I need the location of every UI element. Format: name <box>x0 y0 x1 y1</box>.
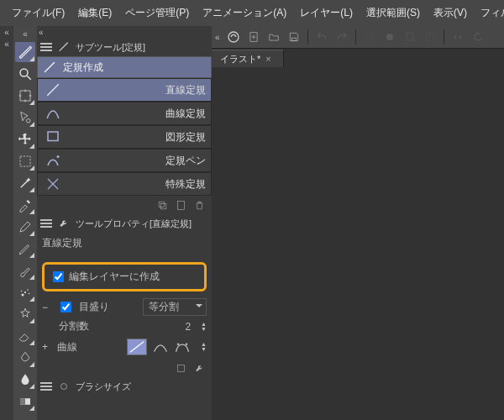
expand-icon[interactable]: − <box>42 302 52 313</box>
scale-checkbox[interactable] <box>60 302 71 312</box>
scale-field: − 目盛り 等分割 <box>37 297 212 318</box>
delete-selection-icon[interactable] <box>361 29 378 45</box>
collapse-chevron-icon[interactable]: « <box>39 28 44 37</box>
svg-rect-23 <box>291 38 296 41</box>
brush-panel-header[interactable]: ブラシサイズ <box>37 377 212 396</box>
tool-ruler[interactable] <box>15 42 35 62</box>
tool-move[interactable] <box>15 86 35 106</box>
tool-gradient[interactable] <box>15 391 35 412</box>
menu-select[interactable]: 選択範囲(S) <box>361 3 425 24</box>
ruler-pen-icon <box>43 151 63 170</box>
tool-decoration[interactable] <box>15 304 35 324</box>
new-file-icon[interactable] <box>245 29 262 45</box>
undo-icon[interactable] <box>313 29 330 45</box>
trash-icon[interactable] <box>193 199 205 211</box>
tool-pencil[interactable] <box>15 239 35 259</box>
tool-eyedropper[interactable] <box>15 195 35 215</box>
document-tab[interactable]: イラスト* × <box>212 50 284 67</box>
tool-blend[interactable] <box>15 348 35 368</box>
subtool-group[interactable]: 定規作成 <box>37 56 212 78</box>
crop-icon[interactable] <box>422 29 438 45</box>
tool-pen[interactable] <box>15 217 35 237</box>
curve-mode-spline[interactable] <box>152 339 169 354</box>
curve-mode-straight[interactable] <box>127 339 147 355</box>
rotate-icon[interactable] <box>470 29 486 45</box>
special-ruler-icon <box>43 175 63 193</box>
expand-icon[interactable]: + <box>42 341 52 353</box>
menu-layer[interactable]: レイヤー(L) <box>295 3 358 24</box>
collapse-chevron-icon[interactable]: « <box>0 26 13 38</box>
reset-icon[interactable] <box>175 362 186 374</box>
save-icon[interactable] <box>286 29 302 45</box>
scale-mode-select[interactable]: 等分割 <box>143 298 207 316</box>
svg-point-2 <box>27 119 31 123</box>
subtool-item-label: 直線定規 <box>165 83 206 97</box>
subtool-panel-header[interactable]: サブツール[定規] <box>37 38 212 56</box>
menu-icon[interactable] <box>40 219 52 228</box>
collapse-chevron-icon[interactable]: « <box>0 38 13 50</box>
tool-marquee[interactable] <box>15 151 35 171</box>
curve-field: + 曲線 ▲▼ <box>37 335 212 359</box>
division-label: 分割数 <box>59 319 89 333</box>
canvas[interactable] <box>212 67 504 420</box>
subtool-item-label: 曲線定規 <box>165 107 206 121</box>
close-icon[interactable]: × <box>265 54 270 64</box>
division-field: 分割数 2 ▲▼ <box>37 318 212 335</box>
subtool-item-straight[interactable]: 直線定規 <box>37 78 212 102</box>
collapse-chevron-icon[interactable]: « <box>215 33 222 42</box>
subtool-item-rulerpen[interactable]: 定規ペン <box>37 149 212 172</box>
tool-brush[interactable] <box>15 260 35 281</box>
curve-mode-more[interactable]: ▲▼ <box>201 342 207 352</box>
panel-column: « サブツール[定規] 定規作成 直線定規 曲線定規 図形定規 定規ペン <box>37 26 212 420</box>
scale-label: 目盛り <box>79 300 109 314</box>
menu-edit[interactable]: 編集(E) <box>73 3 117 24</box>
flip-h-icon[interactable] <box>449 29 466 45</box>
tool-airbrush[interactable] <box>15 282 35 302</box>
redo-icon[interactable] <box>333 29 350 45</box>
svg-rect-15 <box>177 201 184 209</box>
toolprop-panel-header[interactable]: ツールプロパティ[直線定規] <box>37 214 212 233</box>
svg-point-18 <box>186 343 188 345</box>
svg-point-25 <box>386 34 392 40</box>
figure-ruler-icon <box>43 128 63 146</box>
toolprop-footer <box>37 359 212 377</box>
new-icon[interactable] <box>175 199 186 211</box>
subtool-item-figure[interactable]: 図形定規 <box>37 125 212 149</box>
menu-icon[interactable] <box>40 382 52 391</box>
tool-fill[interactable] <box>15 370 35 390</box>
svg-rect-11 <box>48 132 58 141</box>
division-value: 2 <box>185 321 191 333</box>
edit-layer-checkbox[interactable] <box>53 271 64 282</box>
tool-wand[interactable] <box>15 173 35 193</box>
tool-magnifier[interactable] <box>15 64 35 84</box>
svg-rect-10 <box>20 398 25 405</box>
menu-icon[interactable] <box>40 43 52 51</box>
toolprop-panel-title: ツールプロパティ[直線定規] <box>76 218 192 230</box>
collapse-chevron-icon[interactable]: « <box>23 29 28 41</box>
subtool-item-curve[interactable]: 曲線定規 <box>37 102 212 125</box>
curve-label: 曲線 <box>57 340 77 354</box>
scale-icon[interactable] <box>402 29 418 45</box>
subtool-item-special[interactable]: 特殊定規 <box>37 172 212 196</box>
ruler-create-icon <box>41 59 58 76</box>
fill-selection-icon[interactable] <box>381 29 398 45</box>
svg-line-16 <box>130 342 144 353</box>
menu-file[interactable]: ファイル(F) <box>7 3 70 24</box>
svg-rect-13 <box>159 202 165 207</box>
tool-move-layer[interactable] <box>15 129 35 150</box>
clipstudio-icon[interactable] <box>225 29 242 45</box>
document-tab-row: イラスト* × <box>212 49 504 67</box>
wrench-icon[interactable] <box>193 362 205 374</box>
menu-filter[interactable]: フィルター(I) <box>475 3 504 24</box>
menu-anim[interactable]: アニメーション(A) <box>197 3 291 24</box>
canvas-area: « イラスト* × <box>212 26 504 420</box>
curve-mode-bezier[interactable] <box>174 339 191 354</box>
division-stepper[interactable]: ▲▼ <box>201 322 207 332</box>
duplicate-icon[interactable] <box>156 199 168 211</box>
tool-eraser[interactable] <box>15 326 35 346</box>
tool-operation[interactable] <box>15 108 35 128</box>
menu-page[interactable]: ページ管理(P) <box>120 3 194 24</box>
menu-view[interactable]: 表示(V) <box>428 3 472 24</box>
open-folder-icon[interactable] <box>265 29 282 45</box>
toolprop-heading: 直線定規 <box>37 233 212 254</box>
